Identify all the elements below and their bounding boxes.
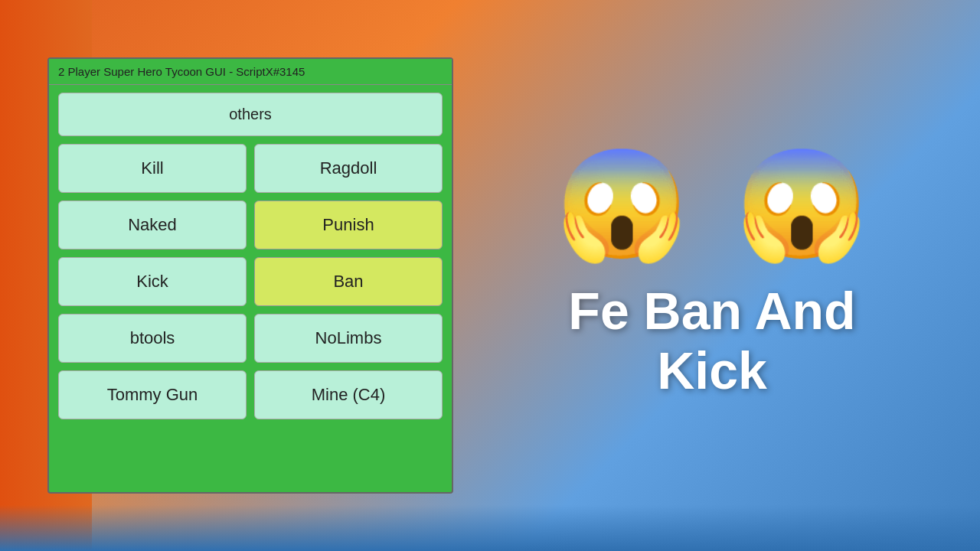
emoji-row: 😱 😱 <box>555 151 869 258</box>
punish-button[interactable]: Punish <box>254 201 443 249</box>
row-btools-nolimbs: btools NoLimbs <box>58 314 443 363</box>
main-title: Fe Ban And Kick <box>568 281 855 400</box>
title-line1: Fe Ban And <box>568 282 855 340</box>
ban-button[interactable]: Ban <box>254 257 443 306</box>
gui-panel: 2 Player Super Hero Tycoon GUI - ScriptX… <box>47 57 453 494</box>
row-naked-punish: Naked Punish <box>58 201 443 249</box>
scared-emoji-2: 😱 <box>735 151 869 258</box>
ragdoll-button[interactable]: Ragdoll <box>254 144 443 193</box>
naked-button[interactable]: Naked <box>58 201 247 249</box>
gui-title: 2 Player Super Hero Tycoon GUI - ScriptX… <box>49 59 452 85</box>
right-section: 😱 😱 Fe Ban And Kick <box>444 0 980 551</box>
title-line2: Kick <box>657 341 767 399</box>
gui-body: others Kill Ragdoll Naked Punish Kick Ba… <box>49 85 452 427</box>
row-tommygun-minec4: Tommy Gun Mine (C4) <box>58 370 443 419</box>
tommy-gun-button[interactable]: Tommy Gun <box>58 370 247 419</box>
mine-c4-button[interactable]: Mine (C4) <box>254 370 443 419</box>
row-kick-ban: Kick Ban <box>58 257 443 306</box>
btools-button[interactable]: btools <box>58 314 247 363</box>
others-button[interactable]: others <box>58 93 443 136</box>
nolimbs-button[interactable]: NoLimbs <box>254 314 443 363</box>
row-kill-ragdoll: Kill Ragdoll <box>58 144 443 193</box>
scared-emoji-1: 😱 <box>555 151 689 258</box>
kill-button[interactable]: Kill <box>58 144 247 193</box>
kick-button[interactable]: Kick <box>58 257 247 306</box>
